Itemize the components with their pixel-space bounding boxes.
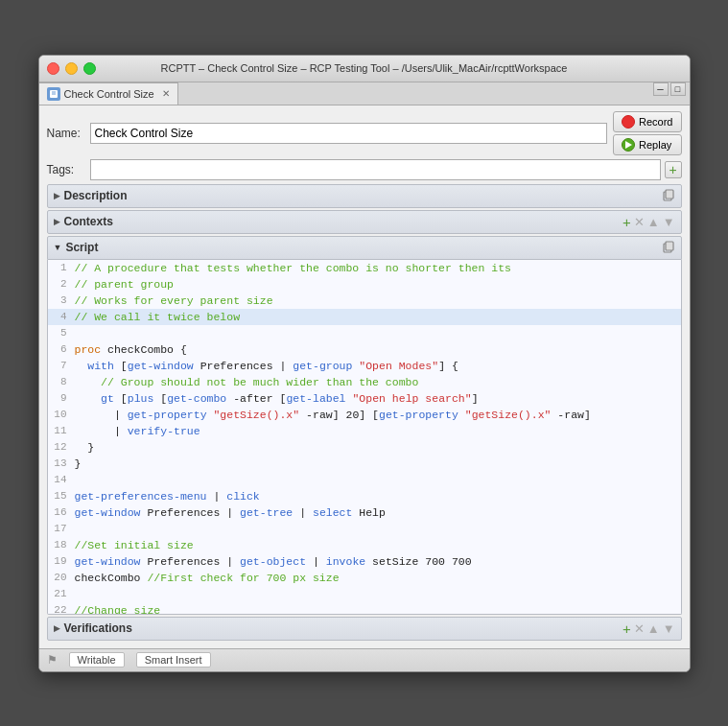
code-line-16: 16 get-window Preferences | get-tree | s… — [48, 504, 681, 521]
replay-triangle-icon — [625, 141, 632, 149]
code-line-2: 2 // parent group — [48, 276, 681, 293]
titlebar: RCPTT – Check Control Size – RCP Testing… — [39, 56, 690, 82]
insert-mode-status[interactable]: Smart Insert — [136, 652, 211, 667]
script-copy-icon[interactable] — [662, 240, 675, 256]
contexts-remove-icon: ✕ — [634, 215, 645, 229]
content-area: Name: Record Replay Tags: + — [39, 105, 690, 648]
verifications-label: Verifications — [64, 621, 622, 635]
replay-button[interactable]: Replay — [613, 134, 681, 155]
tab-close-button[interactable]: ✕ — [162, 88, 170, 99]
maximize-button[interactable] — [83, 62, 96, 75]
action-buttons: Record Replay — [613, 111, 681, 155]
name-label: Name: — [47, 127, 90, 140]
script-label: Script — [65, 241, 657, 254]
code-line-21: 21 — [48, 586, 681, 602]
tags-label: Tags: — [47, 163, 90, 176]
code-line-9: 9 gt [plus [get-combo -after [get-label … — [48, 390, 681, 407]
verifications-section-header[interactable]: ▶ Verifications + ✕ ▲ ▼ — [47, 617, 682, 641]
statusbar-icon: ⚑ — [47, 653, 58, 667]
verifications-toolbar: + ✕ ▲ ▼ — [622, 621, 675, 637]
verifications-remove-icon: ✕ — [634, 621, 645, 636]
verifications-section: ▶ Verifications + ✕ ▲ ▼ — [47, 617, 682, 641]
contexts-add-icon[interactable]: + — [622, 214, 631, 230]
code-line-8: 8 // Group should not be much wider than… — [48, 374, 681, 390]
verifications-add-icon[interactable]: + — [622, 621, 631, 637]
writable-status[interactable]: Writable — [69, 652, 125, 667]
description-copy-icon[interactable] — [662, 188, 675, 204]
code-line-3: 3 // Works for every parent size — [48, 293, 681, 309]
replay-icon — [622, 138, 635, 152]
name-row: Name: Record Replay — [47, 111, 682, 155]
maximize-icon-btn[interactable]: □ — [670, 82, 686, 96]
code-line-6: 6 proc checkCombo { — [48, 341, 681, 358]
code-line-13: 13 } — [48, 456, 681, 472]
code-editor[interactable]: 1 // A procedure that tests whether the … — [47, 260, 682, 615]
code-line-18: 18 //Set initial size — [48, 537, 681, 553]
close-button[interactable] — [47, 62, 59, 75]
code-line-22: 22 //Change size — [48, 602, 681, 615]
statusbar: ⚑ Writable Smart Insert — [39, 648, 690, 671]
verifications-arrow-icon: ▶ — [54, 623, 60, 633]
code-line-20: 20 checkCombo //First check for 700 px s… — [48, 570, 681, 586]
add-tag-button[interactable]: + — [665, 161, 682, 178]
verifications-up-icon: ▲ — [647, 621, 660, 636]
traffic-lights — [47, 62, 96, 75]
contexts-toolbar: + ✕ ▲ ▼ — [622, 214, 675, 230]
code-line-17: 17 — [48, 521, 681, 537]
tags-row: Tags: + — [47, 159, 682, 180]
code-line-12: 12 } — [48, 439, 681, 456]
minimize-icon-btn[interactable]: ─ — [653, 82, 669, 96]
contexts-down-icon: ▼ — [663, 215, 675, 229]
tags-input[interactable] — [90, 159, 661, 180]
code-line-15: 15 get-preferences-menu | click — [48, 488, 681, 504]
code-line-4: 4 // We call it twice below — [48, 309, 681, 325]
name-input[interactable] — [90, 123, 608, 144]
code-line-5: 5 — [48, 325, 681, 341]
description-arrow-icon: ▶ — [54, 191, 60, 200]
code-line-19: 19 get-window Preferences | get-object |… — [48, 553, 681, 570]
contexts-label: Contexts — [64, 215, 622, 228]
svg-rect-6 — [666, 242, 673, 250]
record-button[interactable]: Record — [613, 111, 681, 132]
window-controls: ─ □ — [653, 82, 690, 105]
code-line-11: 11 | verify-true — [48, 423, 681, 439]
svg-rect-4 — [666, 190, 673, 199]
code-line-14: 14 — [48, 472, 681, 488]
tab-bar: Check Control Size ✕ ─ □ — [39, 82, 690, 105]
script-section-header[interactable]: ▼ Script — [47, 236, 682, 260]
window-title: RCPTT – Check Control Size – RCP Testing… — [161, 62, 568, 74]
code-line-7: 7 with [get-window Preferences | get-gro… — [48, 358, 681, 374]
record-icon — [622, 115, 635, 129]
code-line-10: 10 | get-property "getSize().x" -raw] 20… — [48, 407, 681, 423]
tab-check-control-size[interactable]: Check Control Size ✕ — [39, 82, 178, 105]
contexts-arrow-icon: ▶ — [54, 217, 60, 226]
tab-icon — [47, 87, 60, 101]
code-line-1: 1 // A procedure that tests whether the … — [48, 260, 681, 276]
main-window: RCPTT – Check Control Size – RCP Testing… — [38, 55, 691, 672]
minimize-button[interactable] — [65, 62, 78, 75]
description-label: Description — [64, 189, 658, 202]
tab-label: Check Control Size — [64, 88, 154, 100]
description-section-header[interactable]: ▶ Description — [47, 184, 682, 208]
contexts-section-header[interactable]: ▶ Contexts + ✕ ▲ ▼ — [47, 210, 682, 234]
contexts-up-icon: ▲ — [647, 215, 660, 229]
verifications-down-icon: ▼ — [663, 621, 675, 636]
script-arrow-icon: ▼ — [54, 243, 62, 252]
script-section: ▼ Script 1 // A procedure that tests whe… — [47, 236, 682, 615]
